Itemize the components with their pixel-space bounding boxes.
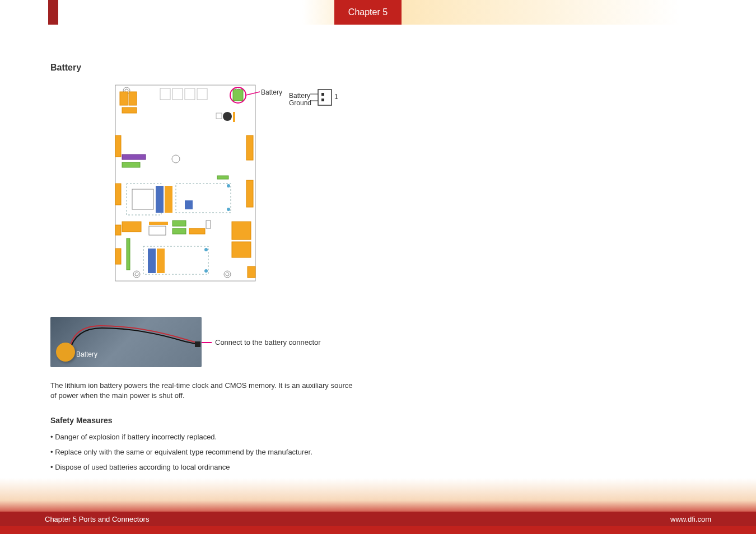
svg-rect-58 [148,249,156,273]
svg-rect-34 [246,135,253,160]
svg-rect-15 [197,88,207,100]
svg-rect-36 [246,180,253,207]
motherboard-svg [106,82,336,283]
svg-rect-22 [321,99,324,101]
svg-point-43 [227,184,230,188]
safety-title: Safety Measures [50,416,364,425]
photo-battery-label: Battery [76,350,97,358]
svg-point-8 [226,273,229,276]
svg-point-60 [204,248,208,251]
svg-rect-40 [165,186,172,213]
svg-rect-11 [129,92,137,105]
wire-svg [50,317,202,367]
svg-rect-52 [160,222,168,225]
svg-rect-38 [132,189,153,209]
svg-rect-49 [172,228,186,234]
photo-row: Battery Connect to the battery connector [50,317,364,367]
svg-rect-29 [115,184,121,205]
svg-rect-59 [157,249,165,273]
svg-rect-50 [189,228,205,234]
svg-rect-17 [233,90,243,101]
svg-rect-46 [149,226,166,235]
pin-label-battery: Battery [289,92,310,100]
svg-point-61 [204,269,208,273]
svg-rect-54 [232,242,251,257]
footer-left: Chapter 5 Ports and Connectors [45,515,149,523]
svg-rect-39 [156,186,164,213]
svg-rect-62 [195,341,200,347]
svg-rect-30 [115,225,121,235]
svg-rect-48 [172,221,186,226]
svg-rect-16 [122,107,137,113]
svg-rect-35 [217,176,228,179]
safety-item: Danger of explosion if battery incorrect… [50,433,364,441]
pin-label-1: 1 [334,93,338,101]
battery-label: Battery [261,88,282,96]
content-area: Battery [50,63,364,478]
board-diagram: Battery Battery Ground 1 [106,82,392,289]
svg-rect-25 [216,113,222,119]
header-band: Chapter 5 [0,0,756,25]
safety-list: Danger of explosion if battery incorrect… [50,433,364,471]
safety-item: Replace only with the same or equivalent… [50,448,364,456]
svg-rect-45 [122,222,141,232]
svg-rect-13 [172,88,183,100]
safety-item: Dispose of used batteries according to l… [50,463,364,471]
svg-point-9 [172,155,180,163]
svg-rect-33 [122,162,140,167]
svg-rect-27 [233,112,235,122]
svg-rect-21 [321,93,324,96]
svg-point-6 [135,273,138,276]
pin-label-ground: Ground [289,99,311,107]
svg-rect-53 [232,222,251,240]
footer-bar: Chapter 5 Ports and Connectors www.dfi.c… [0,512,756,526]
svg-rect-55 [248,266,255,278]
annotation-line [202,342,212,343]
description-text: The lithium ion battery powers the real-… [50,381,358,400]
svg-rect-31 [115,249,121,264]
footer-right: www.dfi.com [670,515,711,523]
chapter-tab: Chapter 5 [334,0,402,25]
header-accent [48,0,58,25]
svg-rect-10 [120,92,128,105]
svg-rect-42 [185,200,193,209]
section-title: Battery [50,63,364,73]
svg-point-26 [223,112,232,121]
svg-rect-32 [122,154,146,160]
svg-rect-14 [185,88,195,100]
svg-rect-20 [318,90,332,105]
svg-point-44 [227,208,230,211]
wire-annotation: Connect to the battery connector [215,338,321,346]
safety-section: Safety Measures Danger of explosion if b… [50,416,364,471]
svg-rect-51 [206,221,211,228]
svg-rect-28 [115,135,121,157]
svg-rect-12 [160,88,170,100]
annotation-text: Connect to the battery connector [215,338,321,346]
battery-photo: Battery [50,317,202,367]
battery-cell-icon [56,343,75,362]
svg-rect-56 [127,238,130,270]
